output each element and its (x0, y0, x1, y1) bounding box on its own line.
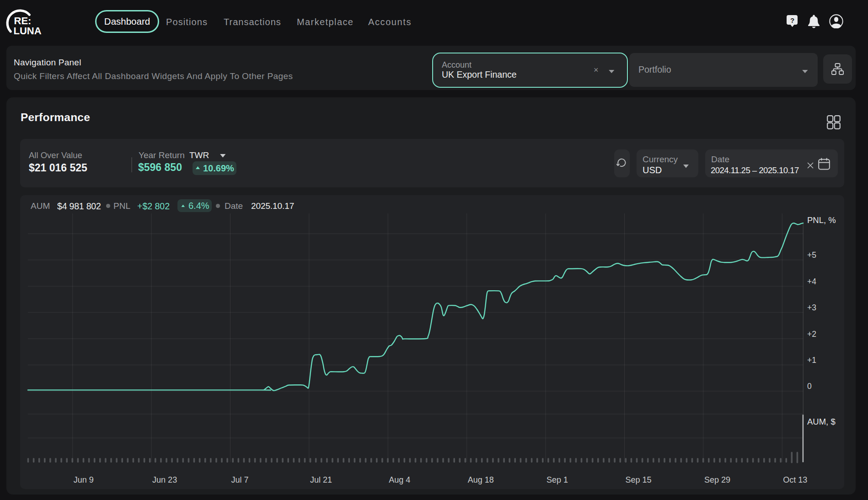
svg-text:+4: +4 (807, 277, 816, 286)
svg-text:Jul 7: Jul 7 (231, 475, 249, 484)
svg-text:LUNA: LUNA (14, 25, 42, 37)
svg-text:Sep 1: Sep 1 (547, 475, 568, 484)
svg-text:Sep 29: Sep 29 (704, 475, 730, 484)
svg-text:Jul 21: Jul 21 (310, 475, 332, 484)
svg-text:+3: +3 (807, 303, 816, 312)
svg-text:+1: +1 (807, 356, 816, 365)
svg-text:?: ? (790, 16, 794, 24)
svg-text:Aug 4: Aug 4 (389, 475, 410, 484)
svg-text:Sep 15: Sep 15 (626, 475, 652, 484)
svg-text:Oct 13: Oct 13 (783, 475, 807, 484)
svg-text:Aug 18: Aug 18 (468, 475, 494, 484)
svg-text:+2: +2 (807, 330, 816, 339)
svg-text:PNL, %: PNL, % (807, 215, 836, 225)
svg-text:Jun 9: Jun 9 (74, 475, 94, 484)
svg-text:Jun 23: Jun 23 (152, 475, 177, 484)
svg-text:AUM, $: AUM, $ (807, 417, 836, 426)
svg-text:+5: +5 (807, 250, 816, 260)
svg-text:0: 0 (807, 382, 812, 391)
